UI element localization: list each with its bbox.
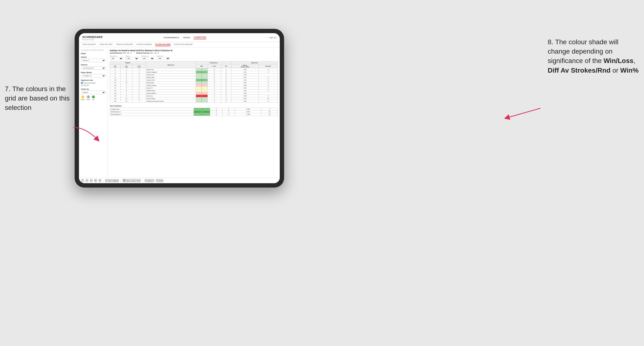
nav-link-committee[interactable]: COMMITTEE [194, 36, 206, 39]
radio-opponents-played[interactable]: Opponents Played [81, 82, 106, 84]
cell-opponent: Andrea York [146, 79, 196, 82]
sub-nav-player-summary[interactable]: PLAYER SUMMARY [136, 43, 152, 46]
cell-rounds: 2 [258, 84, 278, 87]
opponent-filter-select[interactable]: (All) [157, 57, 170, 60]
table-row: 11 11 4 Heejo Hyun 1 0 0 3.33 3 [110, 82, 278, 84]
conference-filter-select[interactable]: (All) [141, 57, 154, 60]
region-header: Region [110, 62, 146, 64]
redo-btn[interactable]: ↪ [86, 179, 88, 182]
player-rank-select[interactable]: 8. Katelyn Vo [81, 74, 106, 77]
out-cell-opponent: NAIA Division 1 [110, 111, 194, 113]
out-of-division: Out of division Foreign Team 1 0 0 4.500… [110, 105, 278, 116]
cell-tie: 0 [221, 79, 231, 82]
radio-top100[interactable]: Top 100 [81, 84, 106, 86]
view-original-btn[interactable]: 👁 View: Original [105, 179, 119, 182]
sub-nav-player-h2h-grid[interactable]: PLAYER H2H GRID [155, 43, 170, 46]
cell-div: 18 [110, 95, 120, 97]
division-select[interactable]: NCAA Division III [81, 66, 106, 70]
cell-reg: 1 [120, 84, 132, 87]
main-content: Last Updated: 27/03/2024 16:55:38 Player… [79, 47, 280, 178]
separator3 [142, 179, 143, 182]
cell-tie: 0 [221, 87, 231, 89]
cell-loss: 2 [208, 87, 221, 89]
cell-loss: 1 [208, 89, 221, 92]
cell-conf: 4 [132, 87, 146, 89]
cell-rounds: 2 [258, 95, 278, 97]
cell-opponent: Jessica Huang [146, 84, 196, 87]
undo-btn[interactable]: ↩ [81, 179, 84, 182]
grid-records: Overall Record: 353 - 34 - 6 Division Re… [110, 52, 278, 54]
cell-rounds [258, 92, 278, 95]
cell-loss: 2 [208, 92, 221, 95]
cell-diff: 3.67 [231, 76, 258, 79]
sub-nav-team-h2h-heatmap[interactable]: TEAM H2H HEATMAP [116, 43, 133, 46]
cell-diff: 1.33 [231, 100, 258, 103]
copy-btn[interactable]: ⊞ [94, 179, 97, 182]
player-rank-label: Player (Rank) [81, 72, 106, 73]
cell-diff: 4.00 [231, 71, 258, 74]
share-btn[interactable]: ⬆ Share [156, 179, 164, 182]
cell-win: 1 [196, 68, 208, 71]
nav-link-teams[interactable]: TEAMS [183, 36, 190, 39]
cell-tie: 0 [221, 92, 231, 95]
colour-by-select[interactable]: Win/loss [81, 91, 106, 94]
cell-tie: 0 [221, 84, 231, 87]
radio-opponents-played-input[interactable] [81, 82, 83, 84]
cell-opponent: Jessica Mason [146, 92, 196, 95]
bottom-toolbar: ↩ ↪ ↻ ⊞ ⊟ 👁 View: Original 💾 Save Custom… [79, 178, 280, 183]
share-icon: ⬆ [156, 179, 158, 181]
gender-select[interactable]: Women's [81, 59, 106, 62]
cell-tie: 0 [221, 95, 231, 97]
cell-reg: 1 [120, 92, 132, 95]
sidebar: Last Updated: 27/03/2024 16:55:38 Player… [79, 47, 108, 178]
cell-loss: 0 [208, 68, 221, 71]
cell-tie: 0 [221, 100, 231, 103]
cell-div: 10 [110, 79, 120, 82]
save-custom-btn[interactable]: 💾 Save Custom View [123, 179, 140, 182]
sub-nav-player-h2h-heatmap[interactable]: PLAYER H2H HEATMAP [174, 43, 192, 46]
table-row: 9 1 4 Sharon Mun 1 0 0 3.67 3 [110, 76, 278, 79]
cell-loss: 0 [208, 71, 221, 74]
sidebar-player-section: Player [81, 53, 106, 54]
logo-text: SCOREBOARD [82, 36, 102, 38]
cell-win: 1 [196, 92, 208, 95]
paste-btn[interactable]: ⊟ [99, 179, 101, 182]
cell-loss: 1 [208, 97, 221, 100]
cell-win: 4 [196, 97, 208, 100]
table-row: 18 2 2 Euna Lee 0 1 0 -5.00 2 [110, 95, 278, 97]
cell-loss: 0 [208, 74, 221, 76]
out-cell-rounds: 30 [261, 111, 278, 113]
cell-rounds: 9 [258, 87, 278, 89]
radio-top100-input[interactable] [81, 84, 83, 86]
cell-reg: 8 [120, 89, 132, 92]
refresh-btn[interactable]: ↻ [90, 179, 92, 182]
out-table-row: Foreign Team 1 0 0 4.500 2 [110, 108, 278, 111]
last-updated: Last Updated: 27/03/2024 16:55:38 [81, 49, 106, 51]
out-cell-loss: 0 [210, 113, 222, 116]
sign-out-link[interactable]: Sign out [270, 36, 276, 39]
watch-btn[interactable]: 👁 Watch ▾ [145, 179, 154, 182]
conf-header: #Conf [132, 64, 146, 68]
cell-conf: 1 [132, 84, 146, 87]
tie-header: Tie [221, 64, 231, 68]
opponents-filter-select[interactable]: (All) [110, 57, 123, 60]
nav-link-tournaments[interactable]: TOURNAMENTS [163, 36, 179, 39]
division-record: Division Record: 331 - 34 - 6 [136, 52, 159, 54]
cell-conf: 1 [132, 68, 146, 71]
cell-rounds: 6 [258, 100, 278, 103]
cell-reg: 6 [120, 79, 132, 82]
colour-dot-up [92, 95, 95, 98]
cell-diff: 1.25 [231, 89, 258, 92]
cell-loss: 1 [208, 100, 221, 103]
table-row: 3 1 1 Esther Lee 1 0 1 1.50 4 [110, 68, 278, 71]
table-row: 10 6 3 Andrea York 2 0 0 4.00 4 [110, 79, 278, 82]
out-cell-diff: 4.500 [235, 108, 262, 111]
logo: SCOREBOARD Powered by clippd [82, 35, 102, 40]
sub-nav-team-summary[interactable]: TEAM SUMMARY [82, 43, 96, 46]
region-filter-select[interactable]: (All) [126, 57, 139, 60]
cell-reg: 11 [120, 97, 132, 100]
cell-reg: 7 [120, 87, 132, 89]
sub-nav-team-h2h-grid[interactable]: TEAM H2H GRID [100, 43, 113, 46]
table-row: 20 11 7 Federica Domecq Lacroze 2 1 0 1.… [110, 100, 278, 103]
opponent-header: Opponent [146, 62, 196, 68]
